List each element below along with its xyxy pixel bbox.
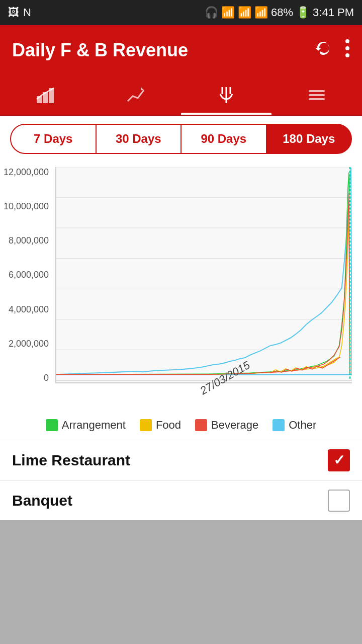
headphone-icon: 🎧	[205, 6, 218, 19]
period-30days[interactable]: 30 Days	[97, 124, 182, 154]
legend-label-food: Food	[156, 419, 181, 432]
app-bar-actions	[314, 39, 350, 62]
battery-level: 68%	[271, 6, 293, 19]
legend-label-arrangement: Arrangement	[62, 419, 126, 432]
main-content: 7 Days 30 Days 90 Days 180 Days 12,000,0…	[0, 116, 362, 520]
signal-icon: 📶	[238, 6, 251, 19]
legend-color-food	[140, 419, 152, 431]
signal2-icon: 📶	[254, 6, 268, 19]
svg-point-2	[345, 53, 349, 57]
y-label-0: 0	[44, 373, 49, 383]
gallery-icon: 🖼	[8, 6, 19, 19]
wifi-icon: 📶	[221, 6, 235, 19]
battery-icon: 🔋	[296, 6, 310, 19]
y-label-12m: 12,000,000	[4, 167, 49, 178]
svg-point-1	[345, 46, 349, 50]
chart-svg	[56, 167, 352, 382]
legend-food: Food	[140, 419, 181, 432]
legend-color-other	[273, 419, 285, 431]
period-180days[interactable]: 180 Days	[266, 124, 352, 154]
period-7days[interactable]: 7 Days	[10, 124, 97, 154]
tab-menu[interactable]	[272, 75, 362, 115]
app-bar: Daily F & B Revenue	[0, 25, 362, 75]
bottom-area	[0, 520, 362, 631]
y-label-8m: 8,000,000	[9, 235, 49, 246]
restaurant-lime[interactable]: Lime Restaurant	[0, 440, 362, 480]
restaurant-banquet-name: Banquet	[12, 492, 72, 509]
legend-label-other: Other	[289, 419, 316, 432]
app-title: Daily F & B Revenue	[12, 40, 188, 61]
tab-overview[interactable]	[0, 75, 90, 115]
restaurant-banquet-checkbox[interactable]	[328, 490, 350, 512]
chart-area	[55, 167, 352, 383]
legend-label-beverage: Beverage	[211, 419, 258, 432]
legend-color-arrangement	[46, 419, 58, 431]
clock: 3:41 PM	[313, 6, 354, 19]
more-options-button[interactable]	[345, 39, 350, 62]
status-right: 🎧 📶 📶 📶 68% 🔋 3:41 PM	[205, 6, 354, 19]
y-label-4m: 4,000,000	[9, 304, 49, 315]
y-label-10m: 10,000,000	[4, 201, 49, 212]
y-axis: 12,000,000 10,000,000 8,000,000 6,000,00…	[0, 167, 53, 383]
restaurant-lime-name: Lime Restaurant	[12, 452, 130, 469]
tab-food[interactable]	[181, 75, 272, 115]
status-left: 🖼 N	[8, 6, 31, 19]
legend-arrangement: Arrangement	[46, 419, 126, 432]
chart-container: 12,000,000 10,000,000 8,000,000 6,000,00…	[0, 162, 362, 414]
period-90days[interactable]: 90 Days	[182, 124, 266, 154]
y-label-6m: 6,000,000	[9, 270, 49, 280]
legend-other: Other	[273, 419, 316, 432]
tab-bar	[0, 75, 362, 116]
legend-color-beverage	[195, 419, 207, 431]
restaurant-banquet[interactable]: Banquet	[0, 480, 362, 520]
notification-icon: N	[23, 6, 31, 19]
period-selector: 7 Days 30 Days 90 Days 180 Days	[0, 116, 362, 162]
tab-trend[interactable]	[90, 75, 181, 115]
legend-beverage: Beverage	[195, 419, 258, 432]
restaurant-lime-checkbox[interactable]	[328, 449, 350, 471]
status-bar: 🖼 N 🎧 📶 📶 📶 68% 🔋 3:41 PM	[0, 0, 362, 25]
y-label-2m: 2,000,000	[9, 339, 49, 349]
refresh-button[interactable]	[314, 39, 333, 62]
chart-legend: Arrangement Food Beverage Other	[0, 414, 362, 440]
svg-point-0	[345, 39, 349, 43]
